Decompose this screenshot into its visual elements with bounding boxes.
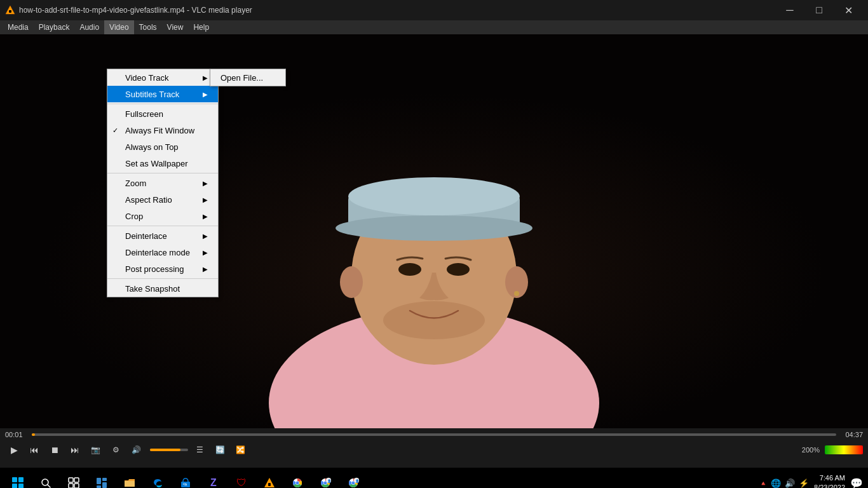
menu-video-track[interactable]: Video Track ▶ (107, 69, 218, 86)
svg-rect-30 (102, 482, 107, 488)
taskbar-task-view[interactable] (61, 470, 86, 488)
svg-rect-1 (9, 10, 11, 13)
taskbar-store[interactable]: 🛍 (173, 470, 198, 488)
menu-always-on-top-label: Always on Top (125, 142, 179, 152)
taskbar-app-z[interactable]: Z (201, 470, 226, 488)
menu-help[interactable]: Help (188, 20, 214, 34)
menu-deinterlace-mode-label: Deinterlace mode (125, 248, 190, 257)
arrow-deinterlace: ▶ (190, 233, 208, 240)
minimize-button[interactable]: ─ (775, 0, 804, 20)
svg-rect-20 (18, 484, 24, 488)
taskbar-clock[interactable]: 7:46 AM 8/23/2022 (814, 473, 845, 488)
svg-rect-25 (69, 484, 73, 488)
skip-forward-button[interactable]: ⏭ (66, 441, 84, 459)
tray-volume[interactable]: 🔊 (785, 478, 795, 488)
menu-subtitles-track-label: Subtitles Track (125, 90, 179, 99)
submenu-open-file[interactable]: Open File... (210, 69, 285, 86)
svg-point-12 (447, 263, 470, 276)
menu-zoom[interactable]: Zoom ▶ (107, 175, 218, 191)
menu-video[interactable]: Video (104, 20, 133, 34)
taskbar-edge[interactable] (145, 470, 170, 488)
start-button[interactable] (5, 470, 31, 488)
arrow-subtitles: ▶ (190, 91, 208, 98)
svg-text:🛍: 🛍 (183, 482, 187, 486)
notification-button[interactable]: 💬 (850, 477, 863, 489)
volume-color-bar[interactable] (825, 445, 863, 454)
stop-button[interactable]: ⏹ (46, 441, 64, 459)
svg-point-10 (336, 215, 532, 241)
title-bar: how-to-add-srt-file-to-mp4-video-givefas… (0, 0, 868, 20)
playlist-button[interactable]: ☰ (191, 441, 208, 459)
taskbar-right: 🔺 🌐 🔊 ⚡ 7:46 AM 8/23/2022 💬 (759, 473, 863, 488)
play-button[interactable]: ▶ (5, 441, 23, 459)
taskbar-icons: 🛍 Z 🛡 (33, 470, 366, 488)
menu-deinterlace-mode[interactable]: Deinterlace mode ▶ (107, 244, 218, 261)
menu-aspect-ratio[interactable]: Aspect Ratio ▶ (107, 191, 218, 208)
svg-point-16 (383, 301, 485, 339)
svg-rect-27 (97, 478, 101, 484)
svg-marker-0 (6, 6, 15, 14)
shuffle-button[interactable]: 🔀 (231, 441, 249, 459)
taskbar-chrome-2[interactable]: 👤 (313, 470, 338, 488)
maximize-button[interactable]: □ (804, 0, 834, 20)
separator-3 (107, 226, 218, 226)
svg-point-11 (398, 263, 421, 276)
menu-always-fit-window[interactable]: ✓ Always Fit Window (107, 122, 218, 139)
taskbar-search[interactable] (33, 470, 58, 488)
menu-take-snapshot[interactable]: Take Snapshot (107, 280, 218, 297)
controls-bar: 00:01 04:37 ▶ ⏮ ⏹ ⏭ 📷 ⚙ 🔊 ☰ 🔄 🔀 200% (0, 428, 868, 468)
menu-audio[interactable]: Audio (74, 20, 104, 34)
progress-fill (32, 433, 35, 436)
arrow-crop: ▶ (190, 213, 208, 220)
extended-button[interactable]: ⚙ (107, 441, 125, 459)
menu-always-fit-label: Always Fit Window (125, 126, 194, 135)
taskbar-widgets[interactable] (89, 470, 114, 488)
tray-battery[interactable]: ⚡ (799, 478, 809, 488)
menu-set-wallpaper-label: Set as Wallpaper (125, 159, 188, 168)
svg-rect-28 (102, 478, 107, 481)
menu-set-wallpaper[interactable]: Set as Wallpaper (107, 155, 218, 172)
svg-point-15 (514, 291, 519, 296)
svg-line-22 (48, 485, 50, 487)
volume-bar[interactable] (150, 449, 188, 451)
menu-always-on-top[interactable]: Always on Top (107, 139, 218, 155)
taskbar-antivirus[interactable]: 🛡 (229, 470, 254, 488)
progress-row: 00:01 04:37 (5, 431, 863, 438)
taskbar-chrome-1[interactable] (285, 470, 310, 488)
check-always-fit: ✓ (112, 126, 118, 135)
menu-deinterlace[interactable]: Deinterlace ▶ (107, 227, 218, 244)
taskbar-chrome-3[interactable]: 👤 (341, 470, 366, 488)
menu-media[interactable]: Media (3, 20, 34, 34)
menu-tools[interactable]: Tools (134, 20, 162, 34)
menu-crop[interactable]: Crop ▶ (107, 208, 218, 224)
menu-deinterlace-label: Deinterlace (125, 231, 167, 241)
taskbar-vlc[interactable] (257, 470, 282, 488)
svg-rect-23 (69, 478, 73, 482)
menu-fullscreen-label: Fullscreen (125, 109, 163, 119)
loop-button[interactable]: 🔄 (211, 441, 229, 459)
taskbar: 🛍 Z 🛡 (0, 468, 868, 488)
vlc-icon (5, 5, 15, 15)
window-controls: ─ □ ✕ (775, 0, 863, 20)
snapshot-button[interactable]: 📷 (86, 441, 104, 459)
menu-video-track-label: Video Track (125, 73, 168, 83)
progress-bar[interactable] (32, 433, 836, 436)
menu-subtitles-track[interactable]: Subtitles Track ▶ (107, 86, 218, 102)
menu-view[interactable]: View (162, 20, 189, 34)
svg-rect-19 (12, 484, 17, 488)
tray-chevron[interactable]: 🔺 (759, 480, 767, 487)
menu-post-processing[interactable]: Post processing ▶ (107, 261, 218, 277)
menu-playback[interactable]: Playback (34, 20, 75, 34)
video-dropdown-menu: Video Track ▶ Subtitles Track ▶ Fullscre… (107, 69, 219, 297)
window-title: how-to-add-srt-file-to-mp4-video-givefas… (19, 6, 775, 15)
tray-network[interactable]: 🌐 (771, 478, 781, 488)
menu-bar: Media Playback Audio Video Tools View He… (0, 20, 868, 34)
separator-2 (107, 173, 218, 173)
close-button[interactable]: ✕ (834, 0, 863, 20)
skip-back-button[interactable]: ⏮ (25, 441, 43, 459)
menu-fullscreen[interactable]: Fullscreen (107, 105, 218, 122)
taskbar-explorer[interactable] (117, 470, 142, 488)
svg-rect-18 (18, 477, 24, 482)
arrow-deinterlace-mode: ▶ (190, 249, 208, 256)
buttons-row: ▶ ⏮ ⏹ ⏭ 📷 ⚙ 🔊 ☰ 🔄 🔀 200% (5, 441, 863, 459)
